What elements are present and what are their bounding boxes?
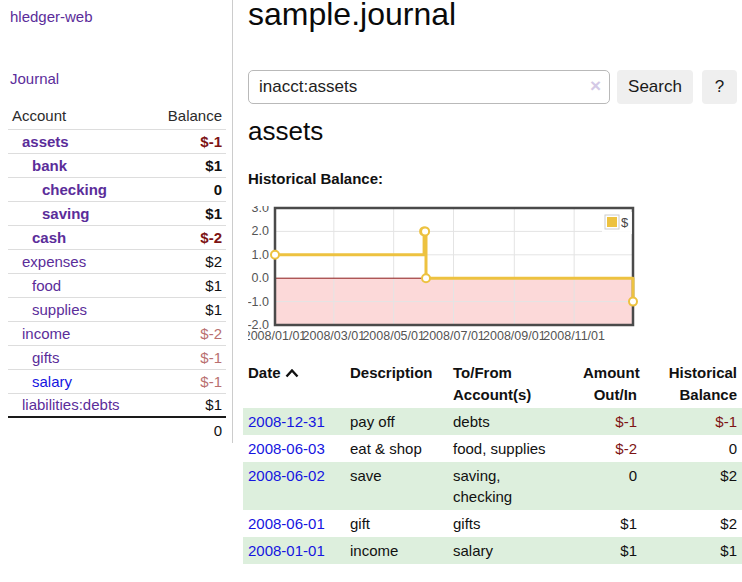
account-balance: $2 bbox=[151, 249, 226, 273]
account-link-assets[interactable]: assets bbox=[22, 133, 69, 150]
transaction-amount: $-1 bbox=[578, 408, 642, 435]
accounts-total: 0 bbox=[151, 417, 226, 443]
transaction-balance: $2 bbox=[642, 510, 742, 537]
main-content: sample.journal × Search ? assets Histori… bbox=[248, 0, 742, 582]
account-balance: $1 bbox=[151, 201, 226, 225]
x-tick-label: 2008/09/01 bbox=[483, 329, 546, 343]
y-tick-label: 3.0 bbox=[252, 206, 269, 215]
transaction-row: 2008-12-31 pay off debts $-1 $-1 bbox=[243, 408, 742, 435]
transaction-balance: $-1 bbox=[642, 408, 742, 435]
transaction-amount: 0 bbox=[578, 462, 642, 510]
transaction-date-link[interactable]: 2008-12-31 bbox=[248, 413, 325, 430]
accounts-header-balance: Balance bbox=[151, 102, 226, 129]
account-link-cash[interactable]: cash bbox=[32, 229, 66, 246]
transaction-description: save bbox=[345, 462, 448, 510]
sidebar-item-journal[interactable]: Journal bbox=[10, 70, 59, 87]
transaction-date-link[interactable]: 2008-06-02 bbox=[248, 467, 325, 484]
description-header: Description bbox=[345, 360, 448, 408]
account-link-salary[interactable]: salary bbox=[32, 373, 72, 390]
account-row: supplies $1 bbox=[8, 297, 226, 321]
transaction-amount: $1 bbox=[578, 537, 642, 564]
transaction-row: 2008-06-03 eat & shop food, supplies $-2… bbox=[243, 435, 742, 462]
account-row: bank $1 bbox=[8, 153, 226, 177]
data-point bbox=[629, 298, 637, 306]
amount-header: Amount Out/In bbox=[578, 360, 642, 408]
transaction-date-link[interactable]: 2008-01-01 bbox=[248, 542, 325, 559]
accounts-header: To/From Account(s) bbox=[448, 360, 578, 408]
accounts-total-row: 0 bbox=[8, 417, 226, 443]
account-row: gifts $-1 bbox=[8, 345, 226, 369]
account-row: checking 0 bbox=[8, 177, 226, 201]
account-row: salary $-1 bbox=[8, 369, 226, 393]
account-balance: $-1 bbox=[151, 129, 226, 153]
accounts-table-header-row: Account Balance bbox=[8, 102, 226, 129]
account-link-gifts[interactable]: gifts bbox=[32, 349, 60, 366]
x-tick-label: 2008/05/01 bbox=[362, 329, 425, 343]
accounts-header-account: Account bbox=[8, 102, 151, 129]
x-tick-label: 2008/07/01 bbox=[422, 329, 485, 343]
sort-ascending-icon bbox=[285, 362, 299, 384]
search-button[interactable]: Search bbox=[617, 70, 693, 104]
data-point bbox=[421, 227, 429, 235]
account-link-checking[interactable]: checking bbox=[42, 181, 107, 198]
account-heading: assets bbox=[248, 116, 323, 147]
transaction-balance: 0 bbox=[642, 435, 742, 462]
account-row: liabilities:debts $1 bbox=[8, 393, 226, 417]
balance-header: Historical Balance bbox=[642, 360, 742, 408]
transaction-description: gift bbox=[345, 510, 448, 537]
help-button[interactable]: ? bbox=[702, 70, 737, 104]
legend-swatch bbox=[607, 217, 617, 227]
transaction-row: 2008-06-01 gift gifts $1 $2 bbox=[243, 510, 742, 537]
account-balance: $-1 bbox=[151, 345, 226, 369]
account-link-saving[interactable]: saving bbox=[42, 205, 90, 222]
transaction-row: 2008-06-02 save saving, checking 0 $2 bbox=[243, 462, 742, 510]
y-tick-label: 0.0 bbox=[252, 271, 269, 285]
y-tick-label: 1.0 bbox=[252, 248, 269, 262]
account-balance: $1 bbox=[151, 297, 226, 321]
account-link-food[interactable]: food bbox=[32, 277, 61, 294]
transaction-amount: $1 bbox=[578, 510, 642, 537]
app-title-link[interactable]: hledger-web bbox=[10, 8, 93, 25]
transaction-accounts: gifts bbox=[448, 510, 578, 537]
transaction-row: 2008-01-01 income salary $1 $1 bbox=[243, 537, 742, 564]
data-point bbox=[422, 274, 430, 282]
account-balance: $-2 bbox=[151, 321, 226, 345]
date-header-label: Date bbox=[248, 364, 281, 381]
transaction-date-link[interactable]: 2008-06-03 bbox=[248, 440, 325, 457]
x-tick-label: 2008/03/01 bbox=[303, 329, 366, 343]
account-row: cash $-2 bbox=[8, 225, 226, 249]
account-link-bank[interactable]: bank bbox=[32, 157, 67, 174]
chart-title: Historical Balance: bbox=[248, 170, 383, 187]
account-balance: $-2 bbox=[151, 225, 226, 249]
transaction-accounts: debts bbox=[448, 408, 578, 435]
account-balance: $-1 bbox=[151, 369, 226, 393]
account-link-income[interactable]: income bbox=[22, 325, 70, 342]
clear-search-icon[interactable]: × bbox=[590, 75, 601, 97]
accounts-table: Account Balance assets $-1 bank $1 check… bbox=[8, 102, 226, 443]
search-input[interactable] bbox=[248, 70, 610, 104]
y-tick-label: 2.0 bbox=[252, 224, 269, 238]
data-point bbox=[271, 251, 279, 259]
legend-label: $ bbox=[621, 215, 629, 230]
account-balance: $1 bbox=[151, 393, 226, 417]
transaction-date-link[interactable]: 2008-06-01 bbox=[248, 515, 325, 532]
transaction-description: eat & shop bbox=[345, 435, 448, 462]
account-balance: $1 bbox=[151, 153, 226, 177]
account-link-expenses[interactable]: expenses bbox=[22, 253, 86, 270]
account-link-supplies[interactable]: supplies bbox=[32, 301, 87, 318]
historical-balance-chart: $3.02.01.00.0-1.0-2.02008/01/012008/03/0… bbox=[248, 206, 742, 348]
transaction-accounts: food, supplies bbox=[448, 435, 578, 462]
account-row: income $-2 bbox=[8, 321, 226, 345]
account-row: food $1 bbox=[8, 273, 226, 297]
y-tick-label: -1.0 bbox=[248, 295, 269, 309]
page-title: sample.journal bbox=[248, 0, 456, 33]
transaction-description: income bbox=[345, 537, 448, 564]
account-link-liabilities-debts[interactable]: liabilities:debts bbox=[22, 396, 120, 413]
register-header-row: Date Description To/From Account(s) Amou… bbox=[243, 360, 742, 408]
search-bar: × Search ? bbox=[248, 70, 742, 104]
transaction-description: pay off bbox=[345, 408, 448, 435]
sort-by-date[interactable]: Date bbox=[248, 364, 299, 381]
transaction-accounts: saving, checking bbox=[448, 462, 578, 510]
account-row: expenses $2 bbox=[8, 249, 226, 273]
x-tick-label: 2008/01/01 bbox=[248, 329, 306, 343]
